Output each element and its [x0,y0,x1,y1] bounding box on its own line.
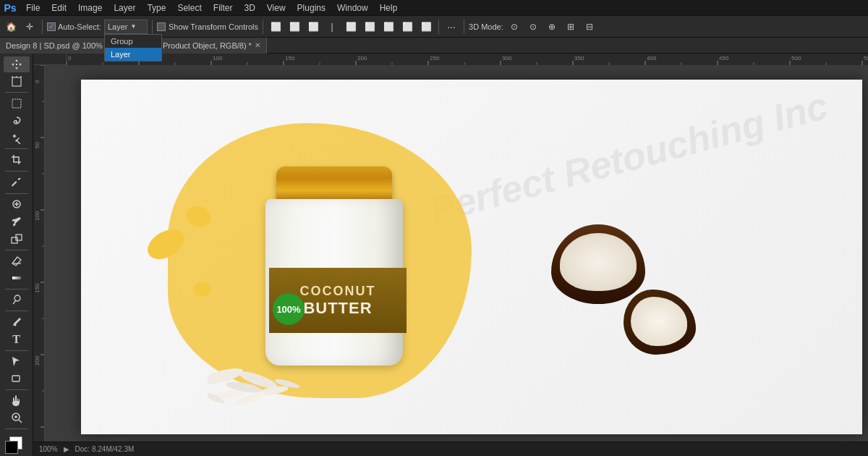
3d-roll-icon[interactable]: ⊙ [525,19,541,35]
svg-text:350: 350 [574,55,584,62]
content-row: 0 50 100 150 200 [33,65,868,442]
status-sep1: ▶ [64,445,69,453]
distribute-icon[interactable]: ⬜ [399,19,415,35]
align-center-h-icon[interactable]: ⬜ [286,19,302,35]
dropdown-button[interactable]: Layer ▼ [104,20,148,34]
tool-artboard[interactable] [4,74,30,90]
more-options-icon[interactable]: ··· [443,19,459,35]
auto-select-checkbox-wrap[interactable]: ✓ Auto-Select: [47,22,101,31]
tool-options-home[interactable]: 🏠 [3,19,19,35]
distribute2-icon[interactable]: ⬜ [418,19,434,35]
sep1 [42,20,43,34]
align-top-icon[interactable]: ⬜ [343,19,359,35]
menu-image[interactable]: Image [72,0,108,16]
tool-path-selection[interactable] [4,353,30,369]
tool-eraser[interactable] [4,253,30,269]
status-zoom: 100% [39,445,58,453]
tool-sep3 [5,171,28,172]
ruler-horizontal: 0 50 100 150 200 [67,54,868,65]
svg-text:0: 0 [34,80,41,83]
tool-move[interactable] [4,56,30,72]
app-logo: Ps [0,0,20,16]
tool-dodge[interactable] [4,292,30,308]
auto-select-label: Auto-Select: [58,22,101,31]
color-swatches[interactable] [4,435,30,453]
align-separator-icon[interactable]: | [324,19,340,35]
svg-text:500: 500 [791,55,801,62]
tool-clone[interactable] [4,231,30,247]
tool-crop[interactable] [4,152,30,168]
tool-marquee[interactable] [4,96,30,111]
svg-text:200: 200 [34,355,41,366]
tool-gradient[interactable] [4,270,30,286]
svg-line-14 [13,300,16,304]
tab-close-icon[interactable]: ✕ [255,41,260,49]
transform-checkbox[interactable] [157,22,166,31]
dropdown-option-layer[interactable]: Layer [105,48,161,61]
sep5 [464,20,464,34]
tool-magic-wand[interactable] [4,130,30,146]
3d-drag-icon[interactable]: ⊕ [544,19,560,35]
small-blob-3 [193,282,211,297]
ruler-vertical: 0 50 100 150 200 [33,65,45,442]
svg-text:150: 150 [285,55,295,62]
align-left-icon[interactable]: ⬜ [268,19,284,35]
menu-view[interactable]: View [261,0,292,16]
tool-sep2 [5,148,28,149]
product-canvas: Perfect Retouching Inc [81,80,862,434]
3d-mode-label: 3D Mode: [469,22,503,31]
auto-select-dropdown[interactable]: Layer ▼ Group Layer [104,20,148,34]
align-right-icon[interactable]: ⬜ [305,19,321,35]
document-canvas: Perfect Retouching Inc [81,80,862,434]
svg-text:50: 50 [34,142,41,148]
menu-file[interactable]: File [20,0,46,16]
menu-window[interactable]: Window [331,0,374,16]
svg-rect-0 [12,77,21,86]
tool-hand[interactable] [4,393,30,409]
3d-orbit-icon[interactable]: ⊙ [506,19,522,35]
menu-help[interactable]: Help [374,0,404,16]
main-toolbar: 🏠 ✛ ✓ Auto-Select: Layer ▼ Group Layer S… [0,16,868,38]
align-middle-icon[interactable]: ⬜ [362,19,378,35]
dropdown-arrow-icon: ▼ [130,23,136,30]
coconut-flakes [208,347,309,409]
show-transform-label: Show Transform Controls [169,22,258,31]
tool-eyedropper[interactable] [4,174,30,190]
tool-mode-icon[interactable]: ✛ [22,19,38,35]
dropdown-menu: Group Layer [104,34,162,62]
tool-brush[interactable] [4,214,30,229]
3d-scale-icon[interactable]: ⊟ [582,19,597,35]
dropdown-option-group[interactable]: Group [105,35,161,48]
ruler-corner [33,54,67,65]
3d-slide-icon[interactable]: ⊞ [563,19,579,35]
tool-pen[interactable] [4,314,30,330]
menu-select[interactable]: Select [171,0,207,16]
status-bar: 100% ▶ Doc: 8.24M/42.3M [33,442,868,456]
tool-zoom[interactable] [4,410,30,426]
menu-filter[interactable]: Filter [208,0,239,16]
auto-select-group: ✓ Auto-Select: Layer ▼ Group Layer [47,20,148,34]
tool-sep1 [5,92,28,93]
canvas-container: Perfect Retouching Inc [45,65,868,442]
status-doc-size: Doc: 8.24M/42.3M [75,445,135,453]
tool-healing[interactable] [4,196,30,212]
svg-line-18 [19,420,22,423]
menu-edit[interactable]: Edit [46,0,72,16]
svg-rect-21 [67,54,868,65]
tool-text[interactable]: T [4,332,30,347]
menu-3d[interactable]: 3D [238,0,260,16]
dropdown-value: Layer [108,22,128,31]
auto-select-checkbox[interactable]: ✓ [47,22,56,31]
menu-plugins[interactable]: Plugins [292,0,331,16]
tool-sep6 [5,289,28,290]
tool-shape[interactable] [4,371,30,387]
menu-type[interactable]: Type [141,0,171,16]
foreground-color[interactable] [5,441,18,454]
jar-label-line2: BUTTER [303,299,372,318]
svg-rect-4 [12,99,21,108]
tool-lasso[interactable] [4,113,30,129]
sep2 [152,20,153,34]
tool-sep7 [5,311,28,311]
menu-layer[interactable]: Layer [108,0,141,16]
align-bottom-icon[interactable]: ⬜ [380,19,396,35]
